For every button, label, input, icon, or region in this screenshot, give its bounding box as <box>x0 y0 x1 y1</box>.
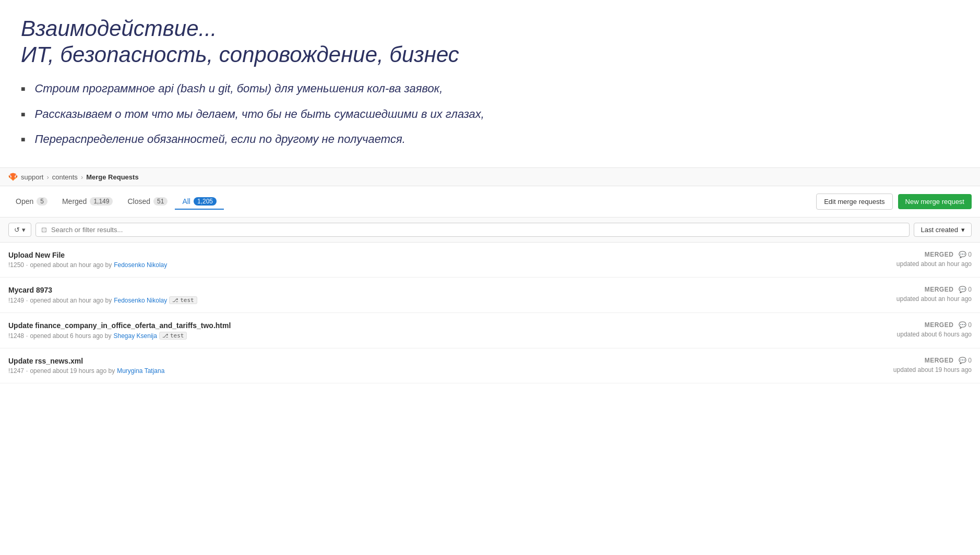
mr-title: Update rss_news.xml <box>8 357 164 365</box>
new-merge-request-button[interactable]: New merge request <box>898 194 972 209</box>
mr-right-col: MERGED 💬 0 updated about an hour ago <box>867 286 972 303</box>
mr-branch-tag: ⎇ test <box>169 296 197 304</box>
mr-opened-text: · <box>26 332 28 340</box>
mr-comments: 💬 0 <box>959 357 972 364</box>
hero-bullet-1: Строим программное api (bash и git, боты… <box>21 81 959 97</box>
tab-merged-count: 1,149 <box>90 197 113 206</box>
mr-number: !1250 <box>8 261 24 269</box>
mr-comments: 💬 0 <box>959 321 972 329</box>
tab-all-label: All <box>182 197 190 206</box>
mr-opened-label: opened about an hour ago by <box>30 261 112 269</box>
mr-meta: !1248 · opened about 6 hours ago by Sheg… <box>8 332 231 340</box>
mr-title-link[interactable]: Update rss_news.xml <box>8 357 83 365</box>
gitlab-logo-icon <box>8 172 18 182</box>
merge-request-list: Upload New File !1250 · opened about an … <box>0 243 980 383</box>
mr-right-col: MERGED 💬 0 updated about 19 hours ago <box>867 357 972 373</box>
tab-all-count: 1,205 <box>194 197 217 206</box>
mr-status-badge: MERGED <box>925 357 954 364</box>
mr-number: !1247 <box>8 367 24 375</box>
mr-title-link[interactable]: Upload New File <box>8 251 65 259</box>
tab-closed-label: Closed <box>127 197 150 206</box>
mr-opened-label: opened about 19 hours ago by <box>30 367 115 375</box>
tab-open-count: 5 <box>37 197 47 206</box>
mr-opened-label: opened about an hour ago by <box>30 297 112 304</box>
tab-open[interactable]: Open 5 <box>8 194 55 210</box>
mr-opened-text: · <box>26 367 28 375</box>
hero-bullet-list: Строим программное api (bash и git, боты… <box>21 81 959 148</box>
comment-icon: 💬 <box>959 321 966 329</box>
breadcrumb: support › contents › Merge Requests <box>0 168 980 186</box>
mr-title-link[interactable]: Update finance_company_in_office_oferta_… <box>8 321 231 330</box>
hero-section: Взаимодействие... ИТ, безопасность, сопр… <box>0 0 980 168</box>
mr-status-row: MERGED 💬 0 <box>925 357 972 364</box>
mr-branch-tag: ⎇ test <box>159 332 187 340</box>
mr-list-item: Upload New File !1250 · opened about an … <box>0 243 980 278</box>
mr-left-col: Upload New File !1250 · opened about an … <box>8 251 167 269</box>
mr-opened-text: · <box>26 297 28 304</box>
mr-left-col: Update rss_news.xml !1247 · opened about… <box>8 357 164 375</box>
mr-title: Upload New File <box>8 251 167 259</box>
mr-meta: !1249 · opened about an hour ago by Fedo… <box>8 296 197 304</box>
reset-icon: ↺ <box>14 226 20 234</box>
mr-status-badge: MERGED <box>925 321 954 329</box>
breadcrumb-current: Merge Requests <box>86 173 138 181</box>
filter-bar: ↺ ▾ ⊡ Last created ▾ <box>0 218 980 243</box>
mr-author[interactable]: Shegay Ksenija <box>114 332 157 340</box>
mr-author[interactable]: Fedosenko Nikolay <box>114 261 167 269</box>
sort-label: Last created <box>921 226 958 234</box>
mr-left-col: Update finance_company_in_office_oferta_… <box>8 321 231 340</box>
mr-comments: 💬 0 <box>959 251 972 258</box>
mr-author[interactable]: Fedosenko Nikolay <box>114 297 167 304</box>
mr-list-item: Update finance_company_in_office_oferta_… <box>0 313 980 348</box>
mr-meta: !1247 · opened about 19 hours ago by Mur… <box>8 367 164 375</box>
hero-bullet-3: Перераспределение обязанностей, если по … <box>21 131 959 148</box>
tab-merged[interactable]: Merged 1,149 <box>55 194 121 210</box>
mr-list-item: Mycard 8973 !1249 · opened about an hour… <box>0 278 980 313</box>
filter-reset-button[interactable]: ↺ ▾ <box>8 223 31 237</box>
mr-number: !1249 <box>8 297 24 304</box>
sort-dropdown[interactable]: Last created ▾ <box>914 223 972 237</box>
sort-chevron-icon: ▾ <box>961 226 965 234</box>
filter-funnel-icon: ⊡ <box>41 226 47 234</box>
gitlab-section: support › contents › Merge Requests Open… <box>0 168 980 383</box>
breadcrumb-home[interactable]: support <box>21 173 43 181</box>
branch-icon: ⎇ <box>172 297 178 303</box>
mr-status-badge: MERGED <box>925 251 954 258</box>
tab-closed[interactable]: Closed 51 <box>120 194 175 210</box>
mr-updated: updated about 19 hours ago <box>893 366 972 373</box>
hero-title: Взаимодействие... ИТ, безопасность, сопр… <box>21 16 959 68</box>
mr-left-col: Mycard 8973 !1249 · opened about an hour… <box>8 286 197 304</box>
mr-right-col: MERGED 💬 0 updated about an hour ago <box>867 251 972 268</box>
breadcrumb-sep-2: › <box>81 173 83 181</box>
breadcrumb-sep-1: › <box>46 173 49 181</box>
tab-open-label: Open <box>16 197 33 206</box>
tab-closed-count: 51 <box>153 197 168 206</box>
hero-bullet-2: Рассказываем о том что мы делаем, что бы… <box>21 106 959 123</box>
mr-updated: updated about an hour ago <box>897 295 972 303</box>
comment-icon: 💬 <box>959 251 966 258</box>
mr-title: Mycard 8973 <box>8 286 197 294</box>
mr-status-badge: MERGED <box>925 286 954 293</box>
mr-opened-text: · <box>26 261 28 269</box>
mr-title-link[interactable]: Mycard 8973 <box>8 286 52 294</box>
mr-meta: !1250 · opened about an hour ago by Fedo… <box>8 261 167 269</box>
merge-requests-toolbar: Open 5 Merged 1,149 Closed 51 All 1,205 … <box>0 186 980 218</box>
tab-merged-label: Merged <box>62 197 87 206</box>
filter-chevron-icon: ▾ <box>22 226 26 234</box>
tab-all[interactable]: All 1,205 <box>175 194 224 210</box>
mr-updated: updated about an hour ago <box>897 260 972 268</box>
edit-merge-requests-button[interactable]: Edit merge requests <box>816 194 892 210</box>
mr-status-row: MERGED 💬 0 <box>925 251 972 258</box>
mr-author[interactable]: Murygina Tatjana <box>117 367 164 375</box>
search-input[interactable] <box>51 226 904 234</box>
breadcrumb-parent[interactable]: contents <box>52 173 78 181</box>
mr-status-row: MERGED 💬 0 <box>925 286 972 293</box>
toolbar-actions: Edit merge requests New merge request <box>816 194 972 210</box>
mr-list-item: Update rss_news.xml !1247 · opened about… <box>0 348 980 383</box>
mr-updated: updated about 6 hours ago <box>897 331 972 338</box>
mr-opened-label: opened about 6 hours ago by <box>30 332 111 340</box>
branch-icon: ⎇ <box>162 333 169 339</box>
mr-number: !1248 <box>8 332 24 340</box>
comment-icon: 💬 <box>959 357 966 364</box>
mr-status-row: MERGED 💬 0 <box>925 321 972 329</box>
